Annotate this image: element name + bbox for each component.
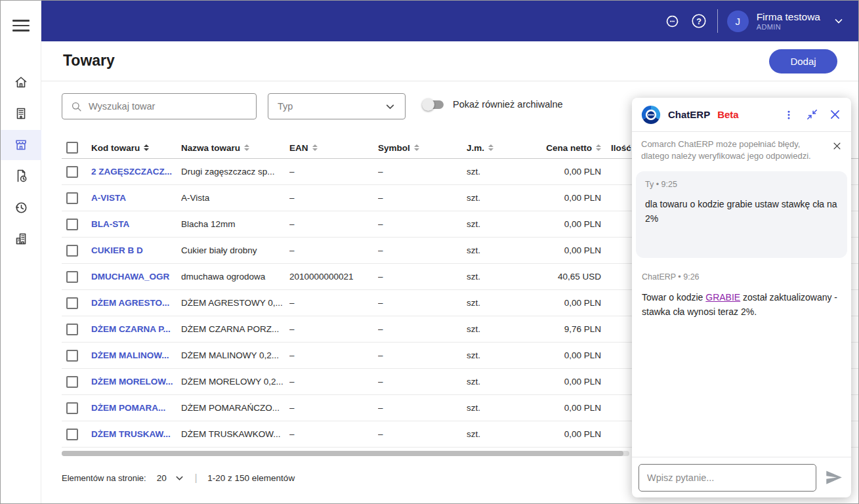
product-unit: szt. <box>467 350 529 360</box>
pager-divider: | <box>195 472 198 483</box>
product-ean: – <box>289 350 378 360</box>
product-code-link[interactable]: DMUCHAWA_OGR <box>91 272 181 282</box>
column-header-name[interactable]: Nazwa towaru <box>181 143 289 153</box>
product-ean: – <box>289 429 378 439</box>
product-code-link[interactable]: DŻEM AGRESTO... <box>91 298 181 308</box>
row-checkbox[interactable] <box>66 219 78 230</box>
product-code-link[interactable]: BLA-STA <box>91 219 181 229</box>
chat-title: ChatERP <box>668 109 710 120</box>
product-unit: szt. <box>467 377 529 387</box>
product-price: 40,65 USD <box>529 272 601 282</box>
product-name: Blacha 12mm <box>181 219 289 229</box>
type-select[interactable]: Typ <box>268 93 406 119</box>
product-name: DŻEM MALINOWY 0,2... <box>181 350 289 360</box>
product-symbol: – <box>378 403 467 413</box>
chat-header: ChatERP Beta <box>632 98 851 132</box>
product-ean: – <box>289 219 378 229</box>
row-checkbox[interactable] <box>66 429 78 440</box>
column-header-code[interactable]: Kod towaru <box>91 143 181 153</box>
chat-messages: Ty • 9:25 dla towaru o kodzie grabie ust… <box>632 170 851 457</box>
history-icon[interactable] <box>13 200 29 215</box>
product-code-link[interactable]: CUKIER B D <box>91 245 181 255</box>
chaterp-logo-icon <box>640 104 662 126</box>
row-checkbox[interactable] <box>66 297 78 309</box>
documents-icon[interactable] <box>13 168 29 184</box>
product-symbol: – <box>378 429 467 439</box>
product-ean: – <box>289 193 378 203</box>
add-button[interactable]: Dodaj <box>769 49 837 74</box>
column-header-unit[interactable]: J.m. <box>467 143 529 153</box>
chat-question-input[interactable] <box>639 464 816 492</box>
product-code-link[interactable]: DŻEM TRUSKAW... <box>91 429 181 439</box>
sort-icon <box>244 144 249 152</box>
product-price: 0,00 PLN <box>529 429 601 439</box>
products-store-icon[interactable] <box>13 136 29 152</box>
product-name: DŻEM CZARNA PORZ... <box>181 324 289 334</box>
product-unit: szt. <box>467 245 529 255</box>
row-checkbox[interactable] <box>66 402 78 414</box>
row-checkbox[interactable] <box>66 376 78 388</box>
company-name: Firma testowa <box>757 11 820 24</box>
scrollbar-thumb[interactable] <box>62 451 623 456</box>
type-select-value: Typ <box>278 101 293 112</box>
toggle-knob <box>422 98 434 111</box>
product-name: A-Vista <box>181 193 289 203</box>
chaterp-panel: ChatERP Beta Comarch ChatERP może popełn… <box>632 98 851 497</box>
message-text: Towar o kodzie GRABIE został zaktualizow… <box>642 291 841 319</box>
product-code-link[interactable]: DŻEM MALINOW... <box>91 350 181 360</box>
product-code-link[interactable]: DŻEM CZARNA P... <box>91 324 181 334</box>
horizontal-scrollbar <box>62 451 629 456</box>
company-structure-icon[interactable] <box>13 231 29 247</box>
product-ean: – <box>289 167 378 177</box>
product-price: 0,00 PLN <box>529 245 601 255</box>
column-header-symbol[interactable]: Symbol <box>378 143 467 153</box>
archive-toggle[interactable]: Pokaż również archiwalne <box>424 99 563 110</box>
user-message: Ty • 9:25 dla towaru o kodzie grabie ust… <box>636 171 847 258</box>
column-header-ean[interactable]: EAN <box>289 143 378 153</box>
row-checkbox[interactable] <box>66 350 78 362</box>
help-icon[interactable]: ? <box>686 8 712 34</box>
product-unit: szt. <box>467 403 529 413</box>
product-code-link[interactable]: 2 ZAGĘSZCZACZ... <box>91 167 181 177</box>
company-icon[interactable] <box>13 106 29 121</box>
product-code-link[interactable]: DŻEM POMARA... <box>91 403 181 413</box>
row-checkbox[interactable] <box>66 324 78 335</box>
per-page-select[interactable]: 20 <box>157 473 184 483</box>
product-code-link[interactable]: A-VISTA <box>91 193 181 203</box>
home-icon[interactable] <box>13 74 29 90</box>
close-panel-icon[interactable] <box>826 106 843 123</box>
dismiss-disclaimer-icon[interactable] <box>830 139 843 152</box>
archive-toggle-label: Pokaż również archiwalne <box>453 99 563 110</box>
select-all-checkbox[interactable] <box>66 142 78 154</box>
search-input[interactable] <box>89 101 248 112</box>
kebab-menu-icon[interactable] <box>780 106 797 123</box>
sort-icon <box>144 144 149 152</box>
product-ean: – <box>289 324 378 334</box>
app-window: ? J Firma testowa ADMIN Towary Dodaj Typ <box>0 0 859 504</box>
message-text: dla towaru o kodzie grabie ustaw stawkę … <box>645 198 838 226</box>
range-text: 1-20 z 150 elementów <box>207 473 295 483</box>
search-field[interactable] <box>62 93 257 119</box>
product-name: Cukier biały drobny <box>181 245 289 255</box>
sort-icon <box>488 144 493 152</box>
product-price: 9,76 PLN <box>529 324 601 334</box>
product-symbol: – <box>378 219 467 229</box>
chat-input-bar <box>632 457 851 497</box>
row-checkbox[interactable] <box>66 192 78 204</box>
company-switcher[interactable]: J Firma testowa ADMIN <box>727 10 844 32</box>
row-checkbox[interactable] <box>66 166 78 178</box>
product-price: 0,00 PLN <box>529 298 601 308</box>
product-code-link[interactable]: DŻEM MORELOW... <box>91 377 181 387</box>
product-name: Drugi zagęszczacz sp... <box>181 167 289 177</box>
send-button[interactable] <box>822 467 845 489</box>
product-grabie-link[interactable]: GRABIE <box>705 292 740 303</box>
hamburger-menu-icon[interactable] <box>12 20 30 32</box>
column-header-price[interactable]: Cena netto <box>529 143 601 153</box>
chaterp-launcher-icon[interactable] <box>660 8 686 34</box>
user-avatar: J <box>727 10 749 32</box>
send-icon <box>825 469 843 486</box>
per-page-label: Elementów na stronie: <box>62 473 146 483</box>
row-checkbox[interactable] <box>66 245 78 257</box>
minimize-panel-icon[interactable] <box>803 106 820 123</box>
row-checkbox[interactable] <box>66 271 78 283</box>
